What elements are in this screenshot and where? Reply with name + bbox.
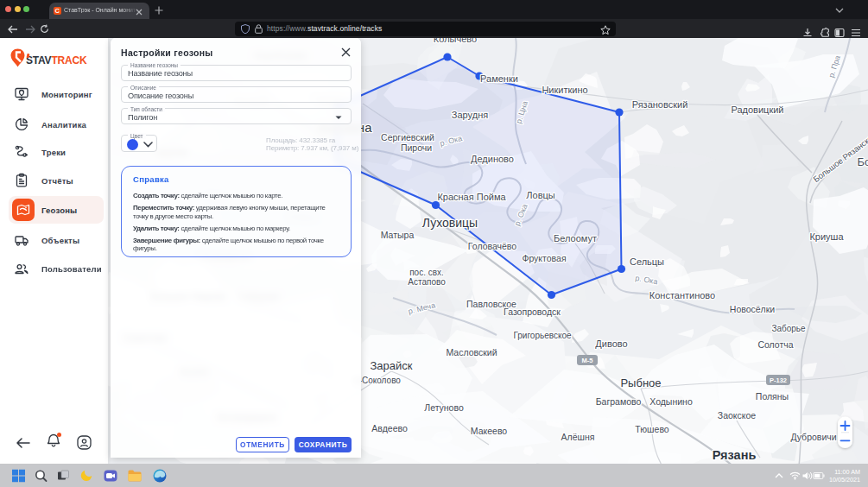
svg-text:Баграмово: Баграмово: [596, 396, 642, 407]
svg-text:Пирочи: Пирочи: [401, 142, 432, 153]
svg-text:Дединово: Дединово: [471, 154, 514, 164]
svg-text:Авдеево: Авдеево: [371, 423, 408, 433]
svg-text:Рязань: Рязань: [713, 448, 757, 462]
svg-text:Макеево: Макеево: [471, 426, 508, 436]
svg-text:пос. свх.: пос. свх.: [409, 268, 444, 277]
svg-text:Григорьевское: Григорьевское: [513, 331, 572, 340]
svg-text:Поляны: Поляны: [756, 391, 789, 402]
svg-text:и-Соколово: и-Соколово: [354, 376, 401, 385]
svg-text:Зарудня: Зарудня: [452, 110, 488, 120]
svg-text:Матыра: Матыра: [381, 230, 415, 240]
svg-text:Заборье: Заборье: [771, 324, 806, 333]
svg-text:Раменки: Раменки: [480, 73, 518, 84]
svg-text:Дубровичи: Дубровичи: [790, 432, 836, 442]
svg-text:Сельцы: Сельцы: [630, 256, 664, 267]
svg-text:Никиткино: Никиткино: [542, 85, 587, 95]
svg-text:Тюшево: Тюшево: [635, 424, 669, 434]
svg-text:Новосёлки: Новосёлки: [730, 304, 776, 314]
svg-text:Головачёво: Головачёво: [468, 241, 517, 251]
svg-text:Ловцы: Ловцы: [526, 190, 554, 200]
svg-text:Масловский: Масловский: [446, 347, 497, 357]
svg-text:Заокское: Заокское: [718, 410, 757, 421]
svg-text:Рыбное: Рыбное: [620, 376, 661, 389]
svg-text:Ходынино: Ходынино: [649, 396, 693, 407]
svg-text:Алёшня: Алёшня: [561, 432, 595, 442]
svg-text:Белоомут: Белоомут: [554, 233, 597, 244]
svg-text:Р-132: Р-132: [770, 376, 787, 384]
svg-text:Астапово: Астапово: [408, 277, 446, 287]
svg-text:Зарайск: Зарайск: [371, 359, 413, 372]
svg-text:Красная Пойма: Красная Пойма: [437, 192, 506, 202]
svg-text:Криуша: Криуша: [809, 231, 844, 242]
svg-text:Колычево: Колычево: [434, 38, 477, 44]
svg-text:Летуново: Летуново: [424, 402, 464, 413]
svg-text:М-5: М-5: [582, 357, 593, 364]
svg-text:Солотча: Солотча: [757, 339, 793, 350]
svg-text:Луховицы: Луховицы: [422, 216, 478, 230]
svg-text:Фруктовая: Фруктовая: [522, 253, 566, 263]
svg-text:Сергиевский: Сергиевский: [381, 132, 434, 142]
svg-text:Бол: Бол: [857, 155, 868, 168]
svg-text:Дивово: Дивово: [595, 338, 627, 349]
svg-text:Рязановский: Рязановский: [632, 99, 688, 110]
svg-text:Константиново: Константиново: [649, 290, 715, 300]
svg-text:Радовицкий: Радовицкий: [731, 104, 783, 115]
svg-text:Газопроводск: Газопроводск: [504, 307, 561, 317]
